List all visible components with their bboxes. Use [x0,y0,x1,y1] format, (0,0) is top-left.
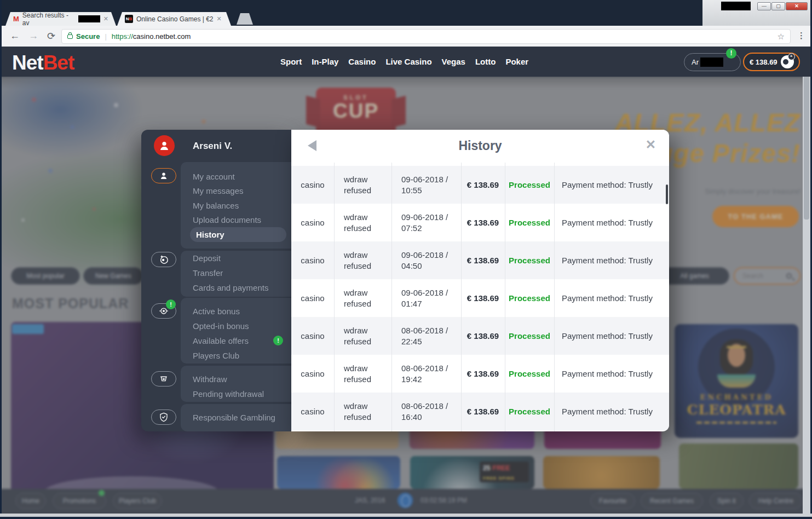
user-full-name: Arseni V. [193,141,232,152]
cell-date: 08-06-2018 /19:42 [391,363,461,385]
menu-deposit[interactable]: Deposit [193,253,221,263]
menu-available-offers[interactable]: Available offers [193,336,249,345]
cell-status: Processed [505,331,554,341]
window-border [0,0,2,519]
address-bar[interactable]: Secure | https:// casino.netbet.com ☆ [61,29,791,44]
shield-check-icon [159,412,168,422]
nav-vegas[interactable]: Vegas [442,57,465,66]
cell-status: Processed [505,256,554,265]
netbet-favicon: NB [125,15,133,23]
tab-close-icon[interactable]: ✕ [103,15,108,22]
menu-pending-withdrawal[interactable]: Pending withdrawal [193,389,264,399]
cell-date: 09-06-2018 /07:52 [391,212,461,234]
cell-product: casino [291,180,334,189]
column-divider [554,163,555,431]
withdraw-icon-pill[interactable] [151,371,176,387]
account-icon-pill[interactable] [151,168,176,183]
cell-details: Payment method: Trustly [554,293,669,303]
menu-responsible-gambling[interactable]: Responsible Gambling [193,413,275,422]
nav-poker[interactable]: Poker [505,57,528,66]
history-row: casino wdraw refused 09-06-2018 /01:47 €… [291,279,669,317]
main-nav: Sport In-Play Casino Live Casino Vegas L… [280,57,528,66]
cell-type: wdraw refused [334,287,391,309]
nav-live-casino[interactable]: Live Casino [385,57,431,66]
cell-product: casino [291,293,334,303]
offers-badge: ! [273,336,283,345]
menu-my-messages[interactable]: My messages [193,186,244,195]
deposit-icon-pill[interactable] [151,252,176,267]
notification-badge: ! [726,48,736,59]
cell-details: Payment method: Trustly [554,331,669,341]
history-row: casino wdraw refused 08-06-2018 /16:40 €… [291,393,669,430]
person-icon [159,171,168,180]
menu-upload-documents[interactable]: Upload documents [193,215,261,224]
browser-menu-icon[interactable]: ⋮ [797,31,805,41]
minimize-button[interactable]: — [757,2,771,10]
column-divider [334,163,335,431]
account-menu-panel: Arseni V. My account My messages My bala… [141,130,291,431]
nav-sport[interactable]: Sport [280,57,302,66]
tab-gmail[interactable]: M Search results - av ✕ [5,12,116,26]
browser-window: — ▢ ✕ M Search results - av ✕ NB Online … [0,0,812,519]
responsible-icon-pill[interactable] [151,410,176,425]
menu-transfer[interactable]: Transfer [193,268,223,278]
menu-players-club[interactable]: Players Club [193,351,239,360]
cell-product: casino [291,369,334,378]
nav-inplay[interactable]: In-Play [312,57,338,66]
balance-button[interactable]: € 138.69 [743,53,800,71]
redacted-username [700,57,723,67]
modal-header: History ✕ [291,130,669,163]
cell-status: Processed [505,218,554,227]
menu-my-account[interactable]: My account [193,172,235,181]
tab-close-icon[interactable]: ✕ [217,15,222,22]
bonus-badge: ! [166,299,176,309]
forward-icon[interactable]: → [28,30,38,42]
page-scrollbar[interactable] [803,47,810,514]
cell-type: wdraw refused [334,401,391,423]
cell-date: 08-06-2018 /16:40 [391,401,461,423]
cell-details: Payment method: Trustly [554,407,669,416]
cell-type: wdraw refused [334,325,391,347]
menu-cards-payments[interactable]: Cards and payments [193,283,268,292]
cell-details: Payment method: Trustly [554,218,669,227]
window-close-button[interactable]: ✕ [786,2,808,10]
netbet-logo[interactable]: NetBet [12,51,74,74]
column-divider [391,163,392,431]
modal-close-icon[interactable]: ✕ [646,137,656,152]
cell-amount: € 138.69 [461,218,505,227]
nav-lotto[interactable]: Lotto [475,57,496,66]
logo-net: Net [12,51,43,74]
cell-type: wdraw refused [334,363,391,385]
deposit-ball-icon [159,255,169,264]
back-icon[interactable]: ← [10,30,20,42]
cell-details: Payment method: Trustly [554,369,669,378]
modal-scrollbar-thumb[interactable] [666,184,668,204]
column-divider [505,163,505,431]
menu-active-bonus[interactable]: Active bonus [193,307,240,316]
bookmark-star-icon[interactable]: ☆ [778,32,785,42]
withdraw-icon [159,374,169,384]
menu-my-balances[interactable]: My balances [193,201,239,210]
redacted-tab-text [78,15,100,22]
menu-withdraw[interactable]: Withdraw [193,374,227,384]
cell-status: Processed [505,180,554,189]
cell-status: Processed [505,369,554,378]
nav-casino[interactable]: Casino [348,57,376,66]
url-host: casino.netbet.com [133,32,191,41]
window-border [0,517,812,519]
cell-status: Processed [505,293,554,303]
maximize-button[interactable]: ▢ [771,2,785,10]
menu-history-selected[interactable]: History [190,227,286,242]
cell-amount: € 138.69 [461,369,505,378]
avatar [154,135,175,156]
cell-date: 09-06-2018 /01:47 [391,287,461,309]
history-row: casino wdraw refused 09-06-2018 /10:55 €… [291,166,669,204]
url-separator: | [105,32,106,41]
history-row: casino wdraw refused 08-06-2018 /22:45 €… [291,317,669,355]
cell-status: Processed [505,407,554,416]
reload-icon[interactable]: ⟳ [47,30,55,42]
tab-netbet[interactable]: NB Online Casino Games | €2 ✕ [117,12,231,26]
menu-opted-in-bonus[interactable]: Opted-in bonus [193,321,249,331]
history-modal: History ✕ casino wdraw refused 09-06-201… [291,130,669,431]
column-divider [461,163,462,431]
